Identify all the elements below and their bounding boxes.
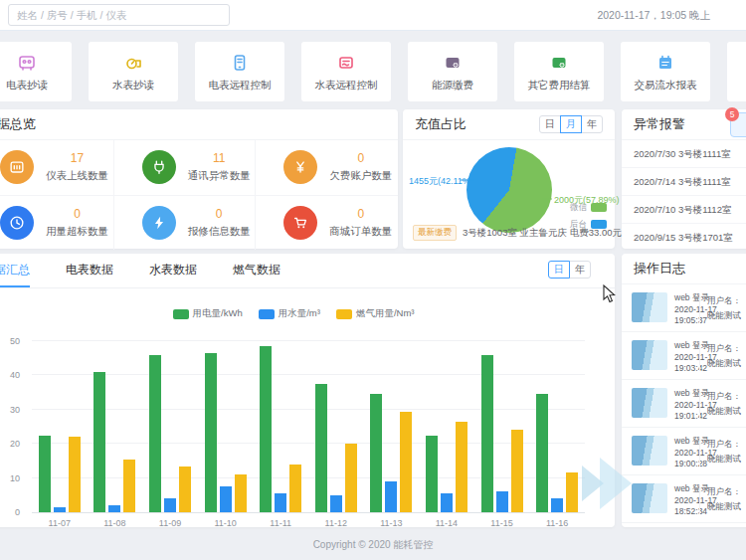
legend-label: 用水量/m³ [279,307,320,320]
recharge-range-tab-0[interactable]: 日 [539,115,561,133]
y-tick-label: 40 [10,370,20,380]
log-entry-2[interactable]: web 登录2020-11-1719:01:42用户名：晓能测试 [622,380,746,428]
quick-action-card-6[interactable]: 交易流水报表 [621,42,710,101]
bar [179,467,191,512]
bar [536,394,548,512]
bar [566,472,578,512]
legend-item-2[interactable]: 燃气用量/Nm³ [336,307,415,320]
stat-cell-4[interactable]: 0报修信息数量 [114,195,257,251]
recharge-range-tabs: 日月年 [539,115,603,133]
x-tick-label: 11-11 [253,518,308,528]
log-entry-4[interactable]: web 登录2020-11-1718:52:34用户名：晓能测试 [622,475,746,523]
legend-item-1[interactable]: 用水量/m³ [259,307,320,320]
alarm-list-item-1[interactable]: 2020/7/14 3号楼1111室 [622,167,746,195]
legend-swatch [259,309,275,319]
bar [108,505,120,512]
alarm-count-badge: 5 [725,107,739,121]
bar [370,394,382,512]
quick-action-card-3[interactable]: 水表远程控制 [301,42,391,101]
panel-title: 充值占比 [415,115,466,133]
building-photo-thumbnail [632,436,667,466]
stat-cell-5[interactable]: 0商城订单数量 [256,195,398,251]
latest-payment-badge: 最新缴费 [413,225,457,241]
panel-operation-log: 操作日志 web 登录2020-11-1719:05:37用户名：晓能测试web… [622,254,746,527]
y-tick-label: 20 [10,439,20,449]
summary-tab-0[interactable]: 数据汇总 [0,254,30,287]
summary-tab-bar: 数据汇总电表数据水表数据燃气数据 [0,254,615,288]
quick-action-card-2[interactable]: 电表远程控制 [195,42,284,101]
latest-payment-row: 最新缴费 3号楼1003室 业主鲁元庆 电费33.00元 [413,225,622,241]
logs-header: 操作日志 [622,254,746,284]
datetime-label: 2020-11-17，19:05 晚上 [597,9,710,23]
x-tick-label: 11-13 [364,518,420,528]
search-input[interactable] [8,4,230,26]
pie-legend-label: 微信 [570,202,587,212]
bar [496,491,508,512]
quick-action-label: 其它费用结算 [528,79,591,93]
alarm-list-item-0[interactable]: 2020/7/30 3号楼1111室 [622,140,746,167]
log-entry-3[interactable]: web 登录2020-11-1719:00:28用户名：晓能测试 [622,428,746,475]
bar [551,498,563,512]
stat-label: 欠费账户数量 [329,169,392,183]
quick-action-label: 水表抄读 [112,79,154,93]
summary-range-tab-1[interactable]: 年 [569,261,591,279]
stat-cell-3[interactable]: 0用量超标数量 [0,195,114,251]
log-user-label: 用户名： [707,293,741,308]
building-photo-thumbnail [632,483,667,513]
bar-plot: 11-0711-0811-0911-1011-1111-1211-1311-14… [32,341,585,513]
recharge-range-tab-2[interactable]: 年 [581,115,603,133]
water-meter-icon [123,52,143,74]
other-fee-icon [549,52,569,74]
stat-value: 11 [213,151,225,165]
log-entry-1[interactable]: web 登录2020-11-1719:03:42用户名：晓能测试 [622,332,746,380]
quick-action-card-4[interactable]: 能源缴费 [408,42,497,101]
stat-value: 0 [357,207,364,221]
arrears-icon [283,150,317,184]
summary-tab-3[interactable]: 燃气数据 [233,254,280,287]
log-user-name: 晓能测试 [707,452,741,467]
legend-item-0[interactable]: 用电量/kWh [173,307,243,320]
y-tick-label: 30 [10,405,20,415]
panel-abnormal-alarms: 异常报警 5 2020/7/30 3号楼1111室2020/7/14 3号楼11… [622,109,746,249]
log-user-label: 用户名： [707,389,741,404]
stat-cell-1[interactable]: 11通讯异常数量 [114,140,257,195]
stat-cell-2[interactable]: 0欠费账户数量 [256,140,398,195]
bar-group-11-13: 11-13 [364,341,420,512]
stat-cell-0[interactable]: 17仪表上线数量 [0,140,114,195]
quick-action-card-1[interactable]: 水表抄读 [89,42,178,101]
bar-group-11-11: 11-11 [253,341,308,512]
bar [275,493,286,512]
quick-action-card-clipped[interactable] [727,42,746,101]
quick-action-card-5[interactable]: 其它费用结算 [514,42,604,101]
building-photo-thumbnail [632,292,667,322]
quick-action-label: 水表远程控制 [315,79,378,93]
summary-tab-2[interactable]: 水表数据 [149,254,197,287]
electric-remote-icon [230,52,250,74]
alarm-list-item-2[interactable]: 2020/7/10 3号楼1112室 [622,195,746,223]
quick-action-label: 能源缴费 [432,79,473,93]
recharge-pie [466,147,552,233]
log-entry-0[interactable]: web 登录2020-11-1719:05:37用户名：晓能测试 [622,284,746,332]
stat-label: 报修信息数量 [188,225,251,239]
over-usage-icon [0,206,34,240]
log-user-name: 晓能测试 [707,404,741,419]
bar-group-11-15: 11-15 [474,341,530,512]
overview-header: 数据总览 [0,109,398,140]
bar [260,346,272,512]
x-tick-label: 11-09 [142,518,198,528]
summary-range-tab-0[interactable]: 日 [548,261,570,279]
building-photo-thumbnail [632,340,667,370]
bar [123,460,135,512]
panel-title: 操作日志 [634,260,685,278]
mall-order-icon [283,206,317,240]
bar [149,355,161,512]
energy-pay-icon [443,52,463,74]
summary-tab-1[interactable]: 电表数据 [66,254,113,287]
recharge-range-tab-1[interactable]: 月 [560,115,582,133]
pie-legend-item-0[interactable]: 微信 [570,201,607,213]
quick-action-card-0[interactable]: 电表抄读 [0,42,72,101]
alarm-list-item-3[interactable]: 2020/9/15 3号楼1701室 [622,223,746,251]
y-tick-label: 10 [10,473,20,483]
alarm-notify-button[interactable]: 5 [730,112,746,137]
x-tick-label: 11-07 [32,518,88,528]
